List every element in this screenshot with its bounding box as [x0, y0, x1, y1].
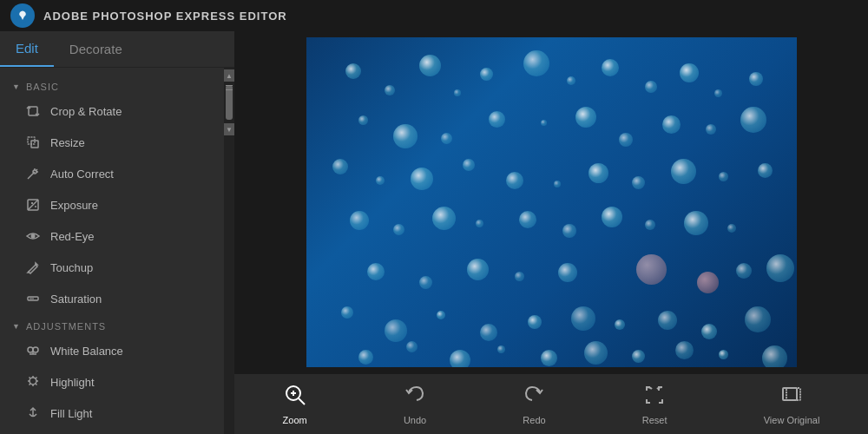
highlight-icon [24, 373, 42, 391]
sidebar-content: ▼ BASIC Crop & Rotate [0, 68, 234, 434]
fill-light-icon [24, 404, 42, 422]
redo-button[interactable]: Redo [509, 378, 559, 431]
image-container [234, 31, 868, 373]
resize-icon [24, 134, 42, 151]
saturation-icon [24, 290, 42, 307]
scrollbar-thumb[interactable] [226, 85, 233, 120]
svg-rect-35 [786, 388, 800, 400]
svg-line-31 [299, 398, 305, 404]
reset-icon [643, 384, 666, 411]
svg-point-18 [33, 347, 38, 352]
toolbar: Zoom Undo Redo [234, 373, 868, 434]
sidebar-item-saturation[interactable]: Saturation [0, 283, 224, 314]
app-logo [10, 3, 35, 28]
svg-point-17 [28, 347, 33, 352]
sidebar-item-white-balance[interactable]: White Balance [0, 335, 224, 366]
svg-line-10 [28, 200, 38, 210]
view-original-button[interactable]: View Original [750, 378, 834, 431]
sidebar-item-highlight[interactable]: Highlight [0, 366, 224, 398]
scrollbar-up-button[interactable]: ▲ [224, 69, 234, 82]
sidebar-item-red-eye[interactable]: Red-Eye [0, 220, 224, 252]
pencil-icon [24, 259, 42, 276]
tab-edit[interactable]: Edit [0, 31, 54, 67]
reset-label: Reset [642, 415, 667, 425]
scrollbar-grip [226, 85, 233, 90]
collapse-arrow-adjustments: ▼ [12, 322, 21, 331]
canvas-area: Zoom Undo Redo [234, 31, 868, 434]
photo-canvas [306, 37, 797, 367]
view-original-label: View Original [764, 415, 820, 425]
titlebar: ADOBE PHOTOSHOP EXPRESS EDITOR [0, 0, 868, 31]
reset-button[interactable]: Reset [628, 378, 681, 431]
tab-bar: Edit Decorate [0, 31, 234, 68]
scrollbar-down-button[interactable]: ▼ [224, 123, 234, 135]
sidebar-item-exposure[interactable]: Exposure [0, 189, 224, 220]
svg-point-14 [31, 234, 36, 239]
view-original-icon [780, 384, 803, 411]
eye-icon [24, 227, 42, 245]
crop-rotate-icon [24, 102, 42, 120]
zoom-icon [284, 384, 306, 411]
zoom-label: Zoom [283, 415, 307, 425]
main-layout: Edit Decorate ▼ BASIC [0, 31, 868, 434]
svg-line-27 [36, 384, 36, 385]
section-header-adjustments: ▼ ADJUSTMENTS [0, 314, 224, 335]
sidebar: Edit Decorate ▼ BASIC [0, 31, 234, 434]
sidebar-item-resize[interactable]: Resize [0, 127, 224, 158]
sidebar-item-auto-correct[interactable]: Auto Correct [0, 158, 224, 189]
svg-line-29 [30, 384, 30, 385]
redo-label: Redo [523, 415, 545, 425]
collapse-arrow-basic: ▼ [12, 82, 21, 91]
app-title: ADOBE PHOTOSHOP EXPRESS EDITOR [43, 10, 287, 23]
svg-line-26 [30, 378, 30, 378]
undo-label: Undo [404, 415, 426, 425]
undo-icon [404, 384, 426, 411]
svg-rect-34 [783, 388, 797, 400]
svg-point-21 [30, 378, 36, 385]
scrollbar[interactable]: ▲ ▼ [224, 68, 234, 434]
svg-line-28 [36, 378, 36, 378]
zoom-button[interactable]: Zoom [269, 378, 321, 431]
section-header-basic: ▼ BASIC [0, 75, 224, 95]
undo-button[interactable]: Undo [390, 378, 440, 431]
wand-icon [24, 165, 42, 182]
sidebar-list: ▼ BASIC Crop & Rotate [0, 68, 224, 434]
sidebar-item-crop-rotate[interactable]: Crop & Rotate [0, 95, 224, 127]
sidebar-item-fill-light[interactable]: Fill Light [0, 398, 224, 429]
tab-decorate[interactable]: Decorate [54, 31, 138, 67]
svg-rect-16 [30, 299, 34, 299]
exposure-icon [24, 196, 42, 214]
redo-icon [523, 384, 545, 411]
sidebar-item-touchup[interactable]: Touchup [0, 252, 224, 283]
balance-icon [24, 342, 42, 359]
